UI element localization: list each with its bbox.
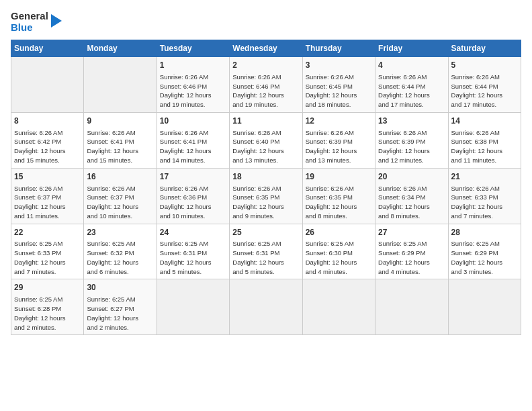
day-info: Sunrise: 6:26 AMSunset: 6:39 PMDaylight:… — [306, 128, 372, 165]
calendar-day-16: 16Sunrise: 6:26 AMSunset: 6:37 PMDayligh… — [84, 168, 157, 224]
day-number: 27 — [378, 227, 445, 238]
day-info: Sunrise: 6:25 AMSunset: 6:29 PMDaylight:… — [378, 239, 445, 276]
calendar-table: SundayMondayTuesdayWednesdayThursdayFrid… — [11, 40, 521, 335]
day-info: Sunrise: 6:25 AMSunset: 6:28 PMDaylight:… — [14, 295, 81, 332]
calendar-week-4: 22Sunrise: 6:25 AMSunset: 6:33 PMDayligh… — [11, 224, 521, 279]
calendar-day-4: 4Sunrise: 6:26 AMSunset: 6:44 PMDaylight… — [375, 57, 448, 113]
calendar-day-2: 2Sunrise: 6:26 AMSunset: 6:46 PMDaylight… — [230, 57, 302, 113]
page-container: General Blue SundayMondayTuesdayWednesda… — [0, 0, 532, 342]
calendar-day-21: 21Sunrise: 6:26 AMSunset: 6:33 PMDayligh… — [448, 168, 521, 224]
calendar-week-1: 1Sunrise: 6:26 AMSunset: 6:46 PMDaylight… — [11, 57, 521, 113]
day-info: Sunrise: 6:26 AMSunset: 6:46 PMDaylight:… — [232, 73, 299, 109]
day-number: 1 — [160, 60, 226, 71]
header: General Blue — [11, 11, 521, 33]
day-number: 21 — [451, 171, 518, 183]
calendar-day-5: 5Sunrise: 6:26 AMSunset: 6:44 PMDaylight… — [448, 57, 521, 113]
calendar-day-17: 17Sunrise: 6:26 AMSunset: 6:36 PMDayligh… — [157, 168, 229, 224]
calendar-day-3: 3Sunrise: 6:26 AMSunset: 6:45 PMDaylight… — [302, 57, 375, 113]
calendar-day-26: 26Sunrise: 6:25 AMSunset: 6:30 PMDayligh… — [302, 224, 375, 279]
day-number: 23 — [87, 227, 153, 238]
day-number: 22 — [14, 227, 81, 238]
weekday-header-monday: Monday — [84, 40, 157, 57]
day-number: 3 — [306, 60, 372, 71]
day-number: 29 — [14, 282, 81, 293]
weekday-header-thursday: Thursday — [302, 40, 375, 57]
day-info: Sunrise: 6:26 AMSunset: 6:39 PMDaylight:… — [378, 128, 445, 165]
day-info: Sunrise: 6:25 AMSunset: 6:31 PMDaylight:… — [232, 239, 299, 276]
day-number: 12 — [306, 116, 372, 127]
day-number: 17 — [160, 171, 226, 183]
day-info: Sunrise: 6:26 AMSunset: 6:41 PMDaylight:… — [87, 128, 153, 165]
calendar-day-10: 10Sunrise: 6:26 AMSunset: 6:41 PMDayligh… — [157, 112, 229, 168]
day-number: 5 — [451, 60, 518, 71]
calendar-day-19: 19Sunrise: 6:26 AMSunset: 6:35 PMDayligh… — [302, 168, 375, 224]
calendar-week-3: 15Sunrise: 6:26 AMSunset: 6:37 PMDayligh… — [11, 168, 521, 224]
calendar-body: 1Sunrise: 6:26 AMSunset: 6:46 PMDaylight… — [11, 57, 521, 335]
empty-cell — [448, 279, 521, 335]
day-number: 4 — [378, 60, 445, 71]
calendar-day-28: 28Sunrise: 6:25 AMSunset: 6:29 PMDayligh… — [448, 224, 521, 279]
calendar-day-13: 13Sunrise: 6:26 AMSunset: 6:39 PMDayligh… — [375, 112, 448, 168]
empty-cell — [11, 57, 84, 113]
calendar-day-23: 23Sunrise: 6:25 AMSunset: 6:32 PMDayligh… — [84, 224, 157, 279]
day-number: 18 — [232, 171, 299, 183]
day-info: Sunrise: 6:26 AMSunset: 6:37 PMDaylight:… — [87, 184, 153, 221]
day-number: 25 — [232, 227, 299, 238]
calendar-day-29: 29Sunrise: 6:25 AMSunset: 6:28 PMDayligh… — [11, 279, 84, 335]
day-info: Sunrise: 6:26 AMSunset: 6:36 PMDaylight:… — [160, 184, 226, 221]
day-number: 24 — [160, 227, 226, 238]
day-number: 19 — [306, 171, 372, 183]
calendar-day-11: 11Sunrise: 6:26 AMSunset: 6:40 PMDayligh… — [230, 112, 302, 168]
day-number: 13 — [378, 116, 445, 127]
day-info: Sunrise: 6:26 AMSunset: 6:45 PMDaylight:… — [306, 73, 372, 109]
svg-marker-0 — [51, 14, 62, 28]
day-number: 28 — [451, 227, 518, 238]
calendar-day-12: 12Sunrise: 6:26 AMSunset: 6:39 PMDayligh… — [302, 112, 375, 168]
day-number: 8 — [14, 116, 81, 127]
weekday-header-sunday: Sunday — [11, 40, 84, 57]
day-info: Sunrise: 6:26 AMSunset: 6:34 PMDaylight:… — [378, 184, 445, 221]
logo-general: General — [11, 11, 48, 22]
calendar-week-2: 8Sunrise: 6:26 AMSunset: 6:42 PMDaylight… — [11, 112, 521, 168]
day-info: Sunrise: 6:26 AMSunset: 6:41 PMDaylight:… — [160, 128, 226, 165]
weekday-header-saturday: Saturday — [448, 40, 521, 57]
day-number: 2 — [232, 60, 299, 71]
calendar-day-18: 18Sunrise: 6:26 AMSunset: 6:35 PMDayligh… — [230, 168, 302, 224]
day-info: Sunrise: 6:25 AMSunset: 6:32 PMDaylight:… — [87, 239, 153, 276]
calendar-day-14: 14Sunrise: 6:26 AMSunset: 6:38 PMDayligh… — [448, 112, 521, 168]
day-info: Sunrise: 6:25 AMSunset: 6:27 PMDaylight:… — [87, 295, 153, 332]
calendar-day-8: 8Sunrise: 6:26 AMSunset: 6:42 PMDaylight… — [11, 112, 84, 168]
empty-cell — [230, 279, 302, 335]
weekday-header-wednesday: Wednesday — [230, 40, 302, 57]
day-info: Sunrise: 6:26 AMSunset: 6:40 PMDaylight:… — [232, 128, 299, 165]
logo-blue: Blue — [11, 22, 48, 34]
day-info: Sunrise: 6:25 AMSunset: 6:33 PMDaylight:… — [14, 239, 81, 276]
day-number: 26 — [306, 227, 372, 238]
weekday-header-tuesday: Tuesday — [157, 40, 229, 57]
day-info: Sunrise: 6:26 AMSunset: 6:46 PMDaylight:… — [160, 73, 226, 109]
calendar-day-1: 1Sunrise: 6:26 AMSunset: 6:46 PMDaylight… — [157, 57, 229, 113]
calendar-day-15: 15Sunrise: 6:26 AMSunset: 6:37 PMDayligh… — [11, 168, 84, 224]
day-info: Sunrise: 6:26 AMSunset: 6:33 PMDaylight:… — [451, 184, 518, 221]
day-number: 15 — [14, 171, 81, 183]
day-info: Sunrise: 6:26 AMSunset: 6:38 PMDaylight:… — [451, 128, 518, 165]
day-number: 11 — [232, 116, 299, 127]
day-number: 9 — [87, 116, 153, 127]
logo-text-group: General Blue — [11, 11, 64, 33]
day-info: Sunrise: 6:26 AMSunset: 6:44 PMDaylight:… — [451, 73, 518, 109]
day-number: 10 — [160, 116, 226, 127]
day-number: 16 — [87, 171, 153, 183]
logo-chevron-icon — [50, 11, 64, 30]
day-number: 14 — [451, 116, 518, 127]
calendar-header: SundayMondayTuesdayWednesdayThursdayFrid… — [11, 40, 521, 57]
calendar-day-22: 22Sunrise: 6:25 AMSunset: 6:33 PMDayligh… — [11, 224, 84, 279]
day-info: Sunrise: 6:26 AMSunset: 6:42 PMDaylight:… — [14, 128, 81, 165]
logo: General Blue — [11, 11, 64, 33]
empty-cell — [157, 279, 229, 335]
calendar-day-9: 9Sunrise: 6:26 AMSunset: 6:41 PMDaylight… — [84, 112, 157, 168]
calendar-week-5: 29Sunrise: 6:25 AMSunset: 6:28 PMDayligh… — [11, 279, 521, 335]
empty-cell — [302, 279, 375, 335]
empty-cell — [84, 57, 157, 113]
empty-cell — [375, 279, 448, 335]
day-info: Sunrise: 6:25 AMSunset: 6:29 PMDaylight:… — [451, 239, 518, 276]
